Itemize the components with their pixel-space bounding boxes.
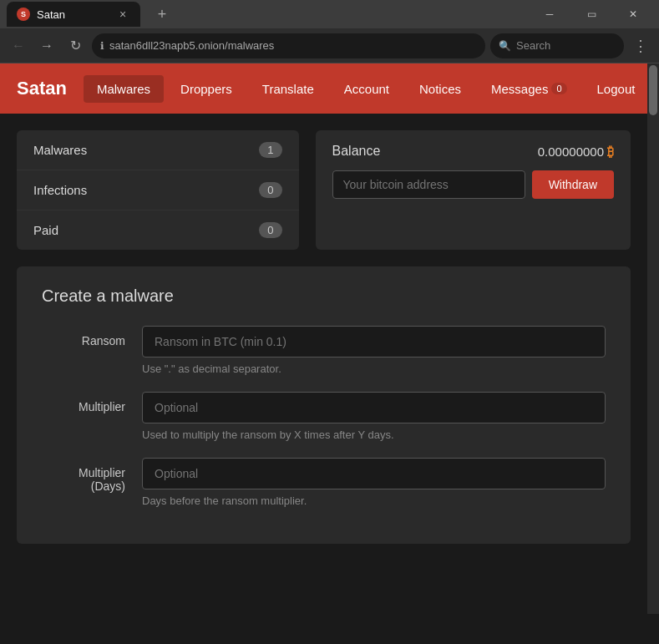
address-input[interactable]: ℹ satan6dll23napb5.onion/malwares <box>92 33 485 58</box>
balance-label: Balance <box>332 144 381 159</box>
address-bar: ← → ↻ ℹ satan6dll23napb5.onion/malwares … <box>0 28 659 63</box>
messages-badge: 0 <box>551 83 566 94</box>
ransom-input-area: Use "." as decimal separator. <box>142 326 606 375</box>
maximize-button[interactable]: ▭ <box>572 0 611 28</box>
infections-stat: Infections 0 <box>17 170 299 210</box>
multiplier-input[interactable] <box>142 392 606 423</box>
bitcoin-address-input[interactable] <box>332 170 525 199</box>
multiplier-label: Multiplier <box>42 392 125 413</box>
tab-close-button[interactable]: × <box>115 7 130 22</box>
create-malware-section: Create a malware Ransom Use "." as decim… <box>17 266 631 544</box>
malwares-label: Malwares <box>33 143 87 157</box>
malwares-count: 1 <box>259 142 281 158</box>
ransom-form-group: Ransom Use "." as decimal separator. <box>42 326 606 375</box>
multiplier-days-input-area: Days before the ransom multiplier. <box>142 458 606 507</box>
stats-row: Malwares 1 Infections 0 Paid 0 Bal <box>17 130 631 250</box>
search-box[interactable]: 🔍 Search <box>490 33 624 58</box>
ransom-input[interactable] <box>142 326 606 357</box>
reload-button[interactable]: ↻ <box>63 34 87 58</box>
search-placeholder-text: Search <box>516 39 550 52</box>
paid-count: 0 <box>259 222 281 238</box>
scrollbar[interactable] <box>647 63 659 614</box>
back-button[interactable]: ← <box>7 34 30 58</box>
forward-button[interactable]: → <box>35 34 58 58</box>
tab-favicon: S <box>17 8 30 21</box>
nav-droppers[interactable]: Droppers <box>167 75 246 103</box>
nav-notices[interactable]: Notices <box>406 75 474 103</box>
multiplier-days-form-group: Multiplier (Days) Days before the ransom… <box>42 458 606 507</box>
nav-account[interactable]: Account <box>331 75 403 103</box>
security-icon: ℹ <box>100 40 104 52</box>
browser-menu-button[interactable]: ⋮ <box>629 34 652 58</box>
multiplier-days-input[interactable] <box>142 458 606 489</box>
scrollbar-thumb[interactable] <box>649 65 657 115</box>
infections-count: 0 <box>259 182 281 198</box>
close-window-button[interactable]: ✕ <box>614 0 652 28</box>
multiplier-days-label: Multiplier (Days) <box>42 458 125 493</box>
withdraw-button[interactable]: Withdraw <box>532 170 614 199</box>
search-icon: 🔍 <box>499 40 511 52</box>
url-text: satan6dll23napb5.onion/malwares <box>109 39 477 52</box>
page-content: Satan Malwares Droppers Translate Accoun… <box>0 63 647 614</box>
paid-label: Paid <box>33 223 58 237</box>
title-bar: S Satan × + ─ ▭ ✕ <box>0 0 659 28</box>
ransom-label: Ransom <box>42 326 125 347</box>
content-area: Malwares 1 Infections 0 Paid 0 Bal <box>0 114 647 560</box>
multiplier-form-group: Multiplier Used to multiply the ransom b… <box>42 392 606 441</box>
browser-tab[interactable]: S Satan × <box>7 2 140 27</box>
stats-right-panel: Balance 0.00000000 ₿ Withdraw <box>316 130 631 250</box>
multiplier-input-area: Used to multiply the ransom by X times a… <box>142 392 606 441</box>
nav-translate[interactable]: Translate <box>249 75 327 103</box>
nav-messages[interactable]: Messages 0 <box>478 75 580 103</box>
paid-stat: Paid 0 <box>17 210 299 250</box>
balance-value: 0.00000000 <box>538 145 604 159</box>
multiplier-hint: Used to multiply the ransom by X times a… <box>142 428 606 441</box>
balance-amount: 0.00000000 ₿ <box>538 145 614 159</box>
create-malware-title: Create a malware <box>42 287 606 306</box>
minimize-button[interactable]: ─ <box>530 0 569 28</box>
tab-title: Satan <box>37 8 65 21</box>
malwares-stat: Malwares 1 <box>17 130 299 170</box>
withdraw-row: Withdraw <box>332 170 615 199</box>
ransom-hint: Use "." as decimal separator. <box>142 363 606 375</box>
nav-logout[interactable]: Logout <box>584 75 647 103</box>
new-tab-button[interactable]: + <box>150 3 174 26</box>
infections-label: Infections <box>33 183 87 197</box>
balance-row: Balance 0.00000000 ₿ <box>332 144 615 159</box>
navbar: Satan Malwares Droppers Translate Accoun… <box>0 63 647 114</box>
btc-symbol: ₿ <box>607 145 614 159</box>
stats-left-panel: Malwares 1 Infections 0 Paid 0 <box>17 130 299 250</box>
nav-malwares[interactable]: Malwares <box>84 75 164 103</box>
navbar-brand: Satan <box>17 78 67 99</box>
multiplier-days-hint: Days before the ransom multiplier. <box>142 494 606 507</box>
